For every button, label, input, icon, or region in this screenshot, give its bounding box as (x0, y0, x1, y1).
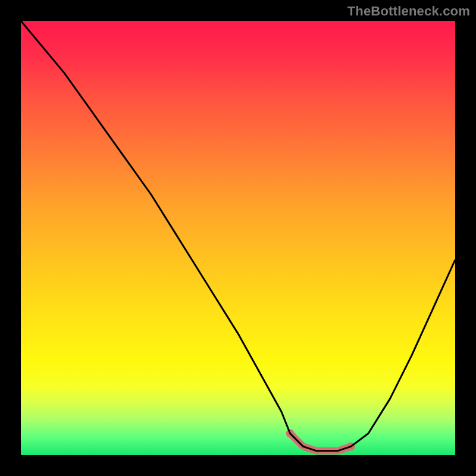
plot-area (21, 21, 455, 455)
curve-layer (21, 21, 455, 455)
watermark-label: TheBottleneck.com (347, 4, 470, 19)
bottleneck-curve (21, 21, 455, 451)
chart-frame: TheBottleneck.com (0, 0, 476, 476)
